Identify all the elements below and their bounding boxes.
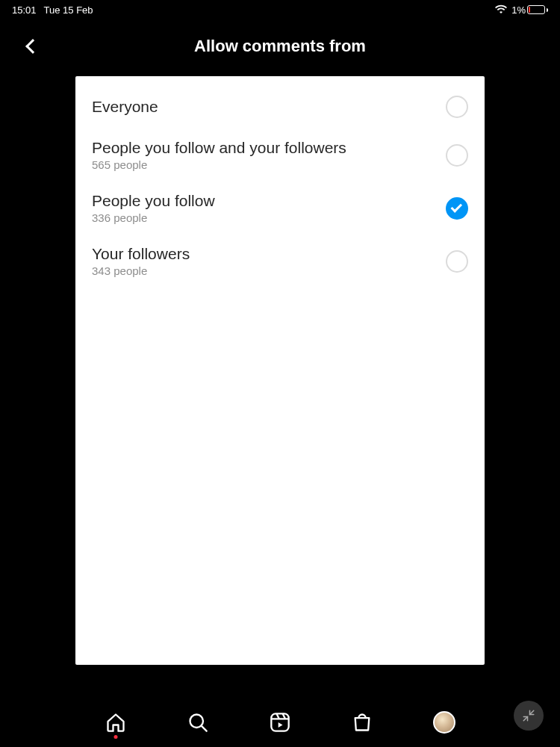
battery-indicator: 1% [511,4,548,16]
header: Allow comments from [0,16,560,76]
tab-home[interactable] [102,707,129,737]
option-label: Your followers [92,245,190,263]
svg-line-1 [202,726,207,731]
radio-selected-icon [446,197,468,220]
collapse-button[interactable] [514,701,544,731]
battery-percent: 1% [511,4,526,16]
tab-search[interactable] [184,707,211,737]
radio-icon [446,96,468,118]
search-icon [187,712,208,733]
status-bar: 15:01 Tue 15 Feb 1% [0,0,560,16]
option-subtitle: 336 people [92,211,215,224]
option-people-you-follow[interactable]: People you follow 336 people [75,182,485,235]
chevron-left-icon [25,39,40,54]
checkmark-icon [451,201,463,213]
reels-icon [270,712,290,733]
tab-bar [0,698,560,747]
option-label: People you follow [92,192,215,210]
status-date: Tue 15 Feb [44,4,93,16]
option-follow-and-followers[interactable]: People you follow and your followers 565… [75,128,485,182]
option-everyone[interactable]: Everyone [75,85,485,128]
option-your-followers[interactable]: Your followers 343 people [75,235,485,288]
option-subtitle: 343 people [92,264,190,277]
notification-dot-icon [114,735,118,739]
radio-icon [446,250,468,273]
tab-reels[interactable] [267,707,293,737]
status-time: 15:01 [12,4,37,16]
option-label: People you follow and your followers [92,139,346,157]
collapse-icon [522,709,535,722]
options-panel: Everyone People you follow and your foll… [75,76,485,665]
option-subtitle: 565 people [92,158,346,171]
back-button[interactable] [18,31,48,61]
tab-profile[interactable] [431,707,458,737]
svg-rect-2 [271,713,288,731]
option-label: Everyone [92,98,158,116]
wifi-icon [495,4,507,16]
tab-shop[interactable] [349,707,376,737]
page-title: Allow comments from [194,37,366,56]
avatar-icon [433,711,455,734]
home-icon [105,712,126,733]
shop-icon [352,712,373,733]
radio-icon [446,144,468,167]
